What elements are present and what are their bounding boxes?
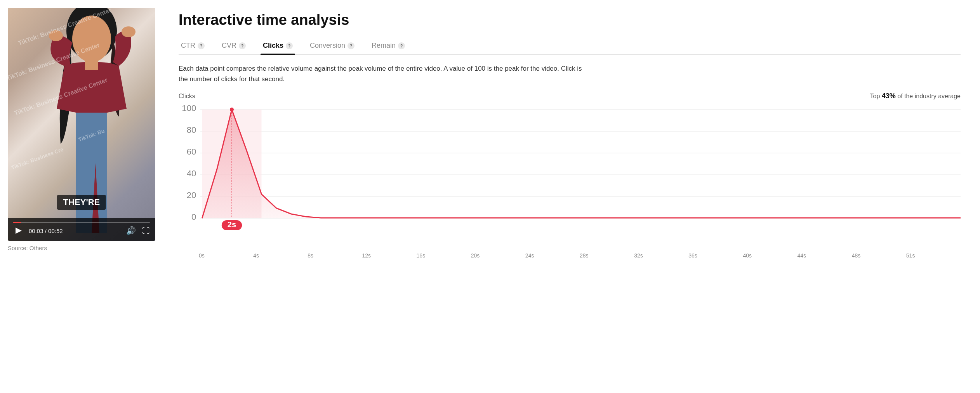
chart-top-label: Top 43% of the industry average bbox=[870, 92, 961, 100]
source-text: Source: Others bbox=[8, 245, 155, 251]
tab-remain[interactable]: Remain ? bbox=[369, 38, 407, 54]
chart-header: Clicks Top 43% of the industry average bbox=[179, 92, 961, 100]
svg-text:60: 60 bbox=[187, 147, 196, 157]
svg-text:80: 80 bbox=[187, 125, 196, 135]
play-button[interactable] bbox=[13, 225, 24, 236]
svg-text:40: 40 bbox=[187, 169, 196, 178]
conversion-help-icon[interactable]: ? bbox=[348, 42, 354, 49]
remain-help-icon[interactable]: ? bbox=[398, 42, 405, 49]
svg-point-1 bbox=[72, 16, 111, 62]
video-thumbnail: TikTok: Business Creative Center TikTok:… bbox=[8, 8, 155, 241]
top-label-prefix: Top bbox=[870, 93, 882, 99]
tab-conversion[interactable]: Conversion ? bbox=[308, 38, 357, 54]
progress-bar[interactable] bbox=[13, 222, 150, 223]
x-label-48s: 48s bbox=[852, 252, 906, 259]
x-axis-labels: 0s 4s 8s 12s 16s 20s 24s 28s 32s 36s 40s… bbox=[179, 252, 961, 259]
fullscreen-icon[interactable]: ⛶ bbox=[142, 226, 150, 235]
svg-text:0: 0 bbox=[191, 212, 196, 222]
page-title: Interactive time analysis bbox=[179, 12, 961, 28]
svg-point-19 bbox=[230, 108, 234, 111]
video-container: TikTok: Business Creative Center TikTok:… bbox=[8, 8, 155, 241]
tab-ctr[interactable]: CTR ? bbox=[179, 38, 207, 54]
x-label-28s: 28s bbox=[580, 252, 634, 259]
volume-icon[interactable]: 🔊 bbox=[126, 226, 136, 235]
x-label-4s: 4s bbox=[253, 252, 308, 259]
x-label-40s: 40s bbox=[743, 252, 797, 259]
x-label-0s: 0s bbox=[199, 252, 253, 259]
tab-cvr[interactable]: CVR ? bbox=[219, 38, 248, 54]
svg-text:100: 100 bbox=[182, 103, 196, 113]
tab-clicks[interactable]: Clicks ? bbox=[261, 38, 295, 54]
x-label-24s: 24s bbox=[525, 252, 580, 259]
time-separator: / bbox=[45, 228, 48, 234]
control-icons: 🔊 ⛶ bbox=[126, 226, 150, 235]
ctr-help-icon[interactable]: ? bbox=[198, 42, 205, 49]
play-icon bbox=[16, 228, 22, 234]
x-label-16s: 16s bbox=[417, 252, 471, 259]
x-label-20s: 20s bbox=[471, 252, 525, 259]
top-label-suffix: of the industry average bbox=[896, 93, 961, 99]
x-label-8s: 8s bbox=[308, 252, 362, 259]
top-label-value: 43% bbox=[882, 92, 896, 100]
chart-y-label: Clicks bbox=[179, 93, 195, 100]
time-display: 00:03 / 00:52 bbox=[29, 228, 63, 234]
video-controls: 00:03 / 00:52 🔊 ⛶ bbox=[8, 218, 155, 241]
x-label-36s: 36s bbox=[688, 252, 743, 259]
x-label-12s: 12s bbox=[362, 252, 416, 259]
total-time: 00:52 bbox=[48, 228, 63, 234]
svg-point-4 bbox=[122, 26, 136, 37]
current-time: 00:03 bbox=[29, 228, 43, 234]
chart-svg: 100 80 60 40 20 0 bbox=[179, 102, 961, 249]
controls-row: 00:03 / 00:52 🔊 ⛶ bbox=[13, 225, 150, 236]
svg-rect-2 bbox=[85, 58, 98, 70]
svg-point-3 bbox=[49, 30, 63, 41]
tabs-container: CTR ? CVR ? Clicks ? Conversion ? Remain… bbox=[179, 38, 961, 55]
progress-fill bbox=[13, 222, 21, 223]
x-label-51s: 51s bbox=[906, 252, 961, 259]
x-label-44s: 44s bbox=[798, 252, 852, 259]
chart-description: Each data point compares the relative vo… bbox=[179, 63, 586, 84]
x-label-32s: 32s bbox=[634, 252, 688, 259]
subtitle: THEY'RE bbox=[57, 195, 106, 210]
svg-text:20: 20 bbox=[187, 190, 196, 200]
clicks-help-icon[interactable]: ? bbox=[286, 42, 293, 49]
svg-text:2s: 2s bbox=[228, 220, 236, 229]
video-panel: TikTok: Business Creative Center TikTok:… bbox=[0, 0, 163, 393]
cvr-help-icon[interactable]: ? bbox=[239, 42, 246, 49]
chart-wrapper: 100 80 60 40 20 0 bbox=[179, 102, 961, 381]
analysis-panel: Interactive time analysis CTR ? CVR ? Cl… bbox=[163, 0, 980, 393]
